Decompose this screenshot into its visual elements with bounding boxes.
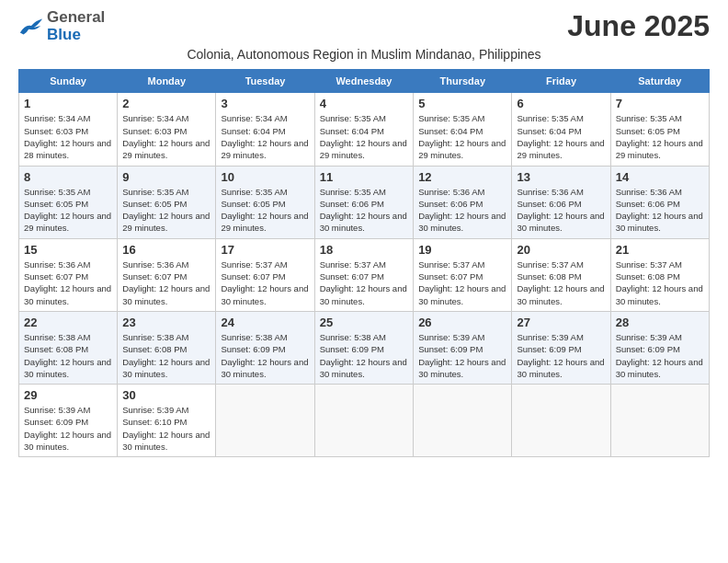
day-number: 11 [320, 170, 408, 184]
day-info: Sunrise: 5:38 AMSunset: 6:09 PMDaylight:… [320, 331, 408, 380]
day-number: 29 [24, 388, 112, 402]
month-title: June 2025 [567, 9, 710, 43]
day-info: Sunrise: 5:36 AMSunset: 6:07 PMDaylight:… [24, 259, 112, 307]
calendar-week-2: 8Sunrise: 5:35 AMSunset: 6:05 PMDaylight… [19, 166, 710, 238]
day-info: Sunrise: 5:37 AMSunset: 6:08 PMDaylight:… [616, 259, 704, 307]
calendar-cell [216, 385, 314, 457]
day-info: Sunrise: 5:35 AMSunset: 6:04 PMDaylight:… [320, 112, 408, 161]
day-number: 5 [418, 97, 506, 110]
day-number: 24 [221, 316, 309, 329]
day-number: 3 [221, 97, 309, 110]
day-number: 1 [24, 97, 112, 110]
calendar-cell: 2Sunrise: 5:34 AMSunset: 6:03 PMDaylight… [118, 93, 216, 166]
calendar-cell: 3Sunrise: 5:34 AMSunset: 6:04 PMDaylight… [216, 93, 314, 166]
day-info: Sunrise: 5:35 AMSunset: 6:04 PMDaylight:… [517, 112, 605, 161]
column-header-saturday: Saturday [610, 70, 709, 93]
day-number: 23 [122, 316, 210, 329]
calendar-table: SundayMondayTuesdayWednesdayThursdayFrid… [18, 69, 710, 457]
day-info: Sunrise: 5:35 AMSunset: 6:06 PMDaylight:… [320, 186, 408, 235]
day-info: Sunrise: 5:37 AMSunset: 6:08 PMDaylight:… [517, 259, 605, 307]
day-info: Sunrise: 5:36 AMSunset: 6:06 PMDaylight:… [517, 186, 605, 235]
calendar-cell: 8Sunrise: 5:35 AMSunset: 6:05 PMDaylight… [19, 166, 118, 238]
day-info: Sunrise: 5:37 AMSunset: 6:07 PMDaylight:… [320, 259, 408, 307]
day-info: Sunrise: 5:36 AMSunset: 6:06 PMDaylight:… [418, 186, 506, 235]
day-number: 4 [320, 97, 408, 110]
calendar-cell: 15Sunrise: 5:36 AMSunset: 6:07 PMDayligh… [19, 238, 118, 311]
day-info: Sunrise: 5:37 AMSunset: 6:07 PMDaylight:… [221, 259, 309, 307]
day-number: 16 [122, 243, 210, 257]
day-info: Sunrise: 5:39 AMSunset: 6:09 PMDaylight:… [418, 331, 506, 380]
day-number: 27 [517, 316, 605, 329]
day-info: Sunrise: 5:35 AMSunset: 6:05 PMDaylight:… [24, 186, 112, 235]
calendar-cell: 25Sunrise: 5:38 AMSunset: 6:09 PMDayligh… [314, 311, 413, 384]
calendar-cell: 5Sunrise: 5:35 AMSunset: 6:04 PMDaylight… [414, 93, 512, 166]
calendar-cell: 30Sunrise: 5:39 AMSunset: 6:10 PMDayligh… [118, 385, 216, 457]
day-info: Sunrise: 5:38 AMSunset: 6:08 PMDaylight:… [24, 331, 112, 380]
calendar-cell: 13Sunrise: 5:36 AMSunset: 6:06 PMDayligh… [512, 166, 610, 238]
calendar-week-4: 22Sunrise: 5:38 AMSunset: 6:08 PMDayligh… [19, 311, 710, 384]
calendar-cell: 7Sunrise: 5:35 AMSunset: 6:05 PMDaylight… [610, 93, 709, 166]
column-header-thursday: Thursday [414, 70, 512, 93]
logo-icon [18, 17, 44, 37]
day-number: 9 [122, 170, 210, 184]
day-number: 15 [24, 243, 112, 257]
calendar-cell: 21Sunrise: 5:37 AMSunset: 6:08 PMDayligh… [610, 238, 709, 311]
day-info: Sunrise: 5:38 AMSunset: 6:08 PMDaylight:… [122, 331, 210, 380]
day-info: Sunrise: 5:39 AMSunset: 6:10 PMDaylight:… [122, 404, 210, 453]
logo: General Blue [18, 9, 105, 43]
day-info: Sunrise: 5:38 AMSunset: 6:09 PMDaylight:… [221, 331, 309, 380]
calendar-cell: 18Sunrise: 5:37 AMSunset: 6:07 PMDayligh… [314, 238, 413, 311]
calendar-cell: 26Sunrise: 5:39 AMSunset: 6:09 PMDayligh… [414, 311, 512, 384]
day-number: 17 [221, 243, 309, 257]
day-info: Sunrise: 5:34 AMSunset: 6:04 PMDaylight:… [221, 112, 309, 161]
calendar-cell: 23Sunrise: 5:38 AMSunset: 6:08 PMDayligh… [118, 311, 216, 384]
day-number: 19 [418, 243, 506, 257]
day-info: Sunrise: 5:35 AMSunset: 6:05 PMDaylight:… [616, 112, 704, 161]
day-number: 14 [616, 170, 704, 184]
calendar-cell [512, 385, 610, 457]
day-info: Sunrise: 5:34 AMSunset: 6:03 PMDaylight:… [122, 112, 210, 161]
day-number: 2 [122, 97, 210, 110]
calendar-cell: 11Sunrise: 5:35 AMSunset: 6:06 PMDayligh… [314, 166, 413, 238]
calendar-cell [314, 385, 413, 457]
calendar-cell: 4Sunrise: 5:35 AMSunset: 6:04 PMDaylight… [314, 93, 413, 166]
calendar-cell: 22Sunrise: 5:38 AMSunset: 6:08 PMDayligh… [19, 311, 118, 384]
calendar-week-5: 29Sunrise: 5:39 AMSunset: 6:09 PMDayligh… [19, 385, 710, 457]
calendar-cell: 27Sunrise: 5:39 AMSunset: 6:09 PMDayligh… [512, 311, 610, 384]
calendar-cell: 16Sunrise: 5:36 AMSunset: 6:07 PMDayligh… [118, 238, 216, 311]
day-info: Sunrise: 5:39 AMSunset: 6:09 PMDaylight:… [517, 331, 605, 380]
calendar-week-1: 1Sunrise: 5:34 AMSunset: 6:03 PMDaylight… [19, 93, 710, 166]
day-info: Sunrise: 5:35 AMSunset: 6:05 PMDaylight:… [221, 186, 309, 235]
day-number: 28 [616, 316, 704, 329]
day-info: Sunrise: 5:36 AMSunset: 6:06 PMDaylight:… [616, 186, 704, 235]
subtitle: Colonia, Autonomous Region in Muslim Min… [18, 47, 710, 62]
calendar-cell [610, 385, 709, 457]
day-number: 25 [320, 316, 408, 329]
column-header-wednesday: Wednesday [314, 70, 413, 93]
day-info: Sunrise: 5:36 AMSunset: 6:07 PMDaylight:… [122, 259, 210, 307]
calendar-cell: 9Sunrise: 5:35 AMSunset: 6:05 PMDaylight… [118, 166, 216, 238]
calendar-cell: 19Sunrise: 5:37 AMSunset: 6:07 PMDayligh… [414, 238, 512, 311]
day-number: 30 [122, 388, 210, 402]
day-number: 12 [418, 170, 506, 184]
column-header-sunday: Sunday [19, 70, 118, 93]
column-header-monday: Monday [118, 70, 216, 93]
day-number: 10 [221, 170, 309, 184]
day-number: 7 [616, 97, 704, 110]
header: General Blue June 2025 [18, 9, 710, 43]
day-info: Sunrise: 5:39 AMSunset: 6:09 PMDaylight:… [616, 331, 704, 380]
day-number: 8 [24, 170, 112, 184]
day-number: 6 [517, 97, 605, 110]
calendar-cell: 28Sunrise: 5:39 AMSunset: 6:09 PMDayligh… [610, 311, 709, 384]
day-number: 22 [24, 316, 112, 329]
day-info: Sunrise: 5:35 AMSunset: 6:04 PMDaylight:… [418, 112, 506, 161]
day-number: 20 [517, 243, 605, 257]
logo-text: General Blue [47, 9, 105, 43]
day-number: 21 [616, 243, 704, 257]
calendar-cell [414, 385, 512, 457]
day-info: Sunrise: 5:37 AMSunset: 6:07 PMDaylight:… [418, 259, 506, 307]
calendar-cell: 24Sunrise: 5:38 AMSunset: 6:09 PMDayligh… [216, 311, 314, 384]
calendar-cell: 12Sunrise: 5:36 AMSunset: 6:06 PMDayligh… [414, 166, 512, 238]
column-header-tuesday: Tuesday [216, 70, 314, 93]
calendar-cell: 1Sunrise: 5:34 AMSunset: 6:03 PMDaylight… [19, 93, 118, 166]
